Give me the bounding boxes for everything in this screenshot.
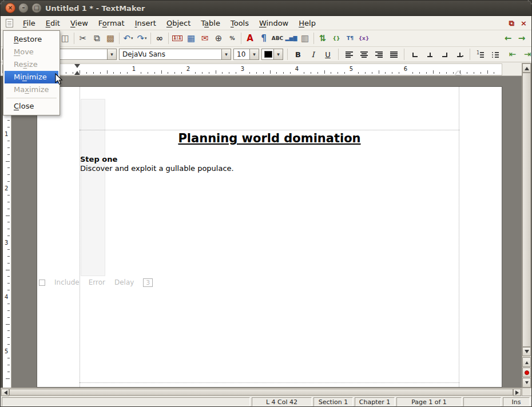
tab-center-button[interactable] [423, 48, 436, 61]
vertical-scroll-thumb[interactable] [522, 73, 531, 347]
fields-icon[interactable]: {} [329, 31, 343, 45]
font-color-combo-arrow[interactable]: ▾ [273, 49, 283, 59]
paste-icon[interactable]: ▩ [104, 31, 117, 45]
maximize-window-button[interactable]: □ [31, 3, 42, 13]
bold-button[interactable]: B [292, 48, 304, 61]
mdi-restore-button[interactable]: ⧉ [509, 19, 514, 27]
scroll-down-button[interactable] [522, 347, 531, 356]
ghost-dialog-row: Include Error Delay 3 [39, 276, 193, 289]
ghost-spin-value: 3 [143, 278, 153, 287]
zoom-100-icon[interactable]: 1:1 [170, 31, 184, 45]
vertical-scrollbar[interactable] [522, 63, 531, 388]
italic-button[interactable]: I [307, 48, 319, 61]
formula-icon[interactable]: {x} [357, 31, 371, 45]
document-page[interactable]: Planning world domination Step one Disco… [37, 86, 502, 388]
underline-button[interactable]: U [321, 48, 334, 61]
sysmenu-minimize[interactable]: Minimize [5, 71, 58, 83]
h-ruler-number: 2 [186, 66, 190, 72]
font-size-combo-arrow[interactable]: ▾ [249, 49, 259, 59]
increase-indent-button[interactable]: ⇥ [521, 48, 532, 61]
font-name-combo[interactable]: DejaVu Sans▾ [119, 49, 231, 60]
align-left-button[interactable] [343, 48, 355, 61]
insert-table-icon[interactable]: ▦ [184, 31, 198, 45]
paragraph-style-combo-arrow[interactable]: ▾ [107, 49, 116, 59]
align-justify-button[interactable] [387, 48, 400, 61]
paragraph-format-icon[interactable]: ¶ [257, 31, 271, 45]
horizontal-ruler-band[interactable]: 123456 [37, 63, 502, 75]
character-format-icon[interactable]: A [243, 31, 257, 45]
browse-select-button[interactable] [522, 368, 531, 377]
formatbar: ▾DejaVu Sans▾10▾▾BIU1⇤⇥ [1, 47, 531, 62]
menu-view[interactable]: View [65, 16, 93, 30]
mdi-buttons: ⧉× [509, 16, 527, 30]
toolbar: ▯▱▣▤◫✂⧉▩↶▾↷▾∞1:1▦✉⊕%A¶ABC▂▅▇▥⇅{}T¶{x}←→ [1, 30, 531, 47]
cursor-position-field[interactable]: L 4 Col 42 [252, 397, 312, 406]
close-window-button[interactable]: × [5, 3, 15, 13]
tab-left-button[interactable] [408, 48, 421, 61]
horizontal-scrollbar[interactable] [1, 388, 522, 396]
section-field[interactable]: Section 1 [313, 397, 353, 406]
menu-tools[interactable]: Tools [225, 16, 254, 30]
mail-icon[interactable]: ✉ [198, 31, 212, 45]
align-right-button[interactable] [372, 48, 385, 61]
cut-icon[interactable]: ✂ [76, 31, 90, 45]
menu-object[interactable]: Object [161, 16, 196, 30]
document-canvas: Planning world domination Step one Disco… [11, 76, 522, 388]
td-icon [456, 51, 463, 57]
menu-file[interactable]: File [18, 16, 41, 30]
page-number-field[interactable]: Page 1 of 1 [396, 397, 462, 406]
sysmenu-restore[interactable]: Restore [4, 33, 59, 46]
document-title-text[interactable]: Planning world domination [80, 131, 459, 145]
find-icon[interactable]: ∞ [153, 31, 166, 45]
redo-icon[interactable]: ↷▾ [135, 31, 149, 45]
copy-icon[interactable]: ⧉ [90, 31, 104, 45]
menu-insert[interactable]: Insert [130, 16, 161, 30]
chart-icon[interactable]: ▂▅▇ [284, 31, 298, 45]
chapter-field[interactable]: Chapter 1 [355, 397, 395, 406]
scroll-left-button[interactable] [1, 389, 9, 396]
tab-decimal-button[interactable] [453, 48, 466, 61]
align-center-button[interactable] [358, 48, 370, 61]
font-size-combo[interactable]: 10▾ [233, 49, 259, 60]
spellcheck-icon[interactable]: ABC [271, 31, 284, 45]
browse-previous-icon[interactable]: ← [501, 31, 515, 45]
next-object-button[interactable] [522, 378, 531, 388]
menu-edit[interactable]: Edit [41, 16, 65, 30]
undo-icon[interactable]: ↶▾ [121, 31, 135, 45]
horizontal-scroll-thumb[interactable] [9, 389, 513, 396]
font-color-combo[interactable]: ▾ [261, 49, 283, 60]
h-ruler-number: 6 [404, 66, 407, 72]
sysmenu-close[interactable]: Close [4, 100, 59, 113]
menu-help[interactable]: Help [293, 16, 321, 30]
formatting-marks-icon[interactable]: T¶ [343, 31, 357, 45]
v-ruler-number: 1 [5, 131, 8, 137]
bullet-list-button[interactable] [489, 48, 502, 61]
scroll-up-button[interactable] [522, 63, 531, 73]
scroll-right-button[interactable] [513, 389, 521, 396]
columns-icon[interactable]: ▥ [298, 31, 312, 45]
horizontal-ruler[interactable]: 123456 [1, 62, 522, 76]
h-ruler-number: 3 [241, 66, 244, 72]
undo-dropdown-arrow[interactable]: ▾ [131, 36, 133, 41]
menu-window[interactable]: Window [254, 16, 293, 30]
previous-object-button[interactable] [522, 357, 531, 367]
mouse-cursor [55, 73, 63, 85]
insert-mode-field[interactable]: Ins [503, 397, 530, 406]
mdi-close-button[interactable]: × [521, 19, 527, 27]
minimize-window-button[interactable]: – [18, 3, 29, 13]
decrease-indent-button[interactable]: ⇤ [506, 48, 519, 61]
menu-table[interactable]: Table [196, 16, 225, 30]
redo-dropdown-arrow[interactable]: ▾ [145, 36, 147, 41]
zoom-icon[interactable]: ⊕ [212, 31, 225, 45]
browse-next-icon[interactable]: → [515, 31, 529, 45]
h-ruler-number: 1 [132, 66, 136, 72]
print-preview-icon[interactable]: ◫ [58, 31, 72, 45]
zoom-percent-icon[interactable]: % [225, 31, 239, 45]
font-name-combo-arrow[interactable]: ▾ [221, 49, 231, 59]
sort-icon[interactable]: ⇅ [316, 31, 329, 45]
document-system-menu-button[interactable] [6, 19, 13, 27]
menu-format[interactable]: Format [93, 16, 130, 30]
vertical-ruler[interactable]: 12345 [3, 76, 11, 388]
tab-right-button[interactable] [438, 48, 451, 61]
numbered-list-button[interactable]: 1 [474, 48, 487, 61]
